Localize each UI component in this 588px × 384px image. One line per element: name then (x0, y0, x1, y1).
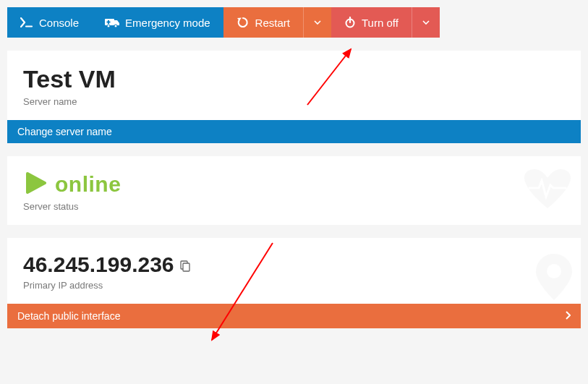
play-icon (23, 171, 48, 198)
change-name-label: Change server name (17, 126, 112, 137)
toolbar: Console Emergency mode Restart Turn off (7, 7, 581, 38)
change-name-action[interactable]: Change server name (7, 120, 581, 143)
console-button[interactable]: Console (7, 7, 92, 38)
console-label: Console (39, 17, 79, 29)
server-name-sub: Server name (23, 96, 565, 107)
server-name: Test VM (23, 65, 565, 93)
detach-interface-action[interactable]: Detach public interface (7, 304, 581, 328)
restart-label: Restart (255, 17, 290, 29)
restart-button[interactable]: Restart (223, 7, 331, 38)
status-card: online Server status (7, 156, 581, 225)
copy-icon[interactable] (180, 260, 190, 275)
ambulance-icon (105, 17, 119, 27)
emergency-label: Emergency mode (125, 17, 210, 29)
turnoff-caret[interactable] (412, 7, 440, 38)
svg-point-2 (107, 25, 110, 27)
chevron-down-icon (422, 20, 430, 25)
emergency-button[interactable]: Emergency mode (92, 7, 223, 38)
svg-rect-9 (183, 263, 189, 271)
chevron-right-icon (565, 310, 571, 323)
ip-card: 46.245.199.236 Primary IP address Detach… (7, 238, 581, 328)
power-icon (344, 17, 356, 28)
restart-icon (237, 16, 250, 29)
svg-point-10 (547, 264, 561, 278)
chevron-down-icon (314, 20, 321, 25)
turnoff-button[interactable]: Turn off (331, 7, 440, 38)
pin-icon (536, 254, 572, 303)
detach-label: Detach public interface (17, 310, 120, 322)
terminal-icon (20, 17, 33, 27)
restart-caret[interactable] (303, 7, 331, 38)
ip-address: 46.245.199.236 (23, 252, 174, 277)
ip-sub: Primary IP address (23, 280, 565, 291)
heartbeat-icon (523, 168, 572, 214)
status-text: online (55, 172, 121, 197)
svg-rect-5 (107, 22, 111, 23)
status-sub: Server status (23, 201, 565, 212)
turnoff-label: Turn off (362, 17, 399, 29)
server-name-card: Test VM Server name Change server name (7, 51, 581, 143)
svg-point-3 (114, 25, 117, 27)
